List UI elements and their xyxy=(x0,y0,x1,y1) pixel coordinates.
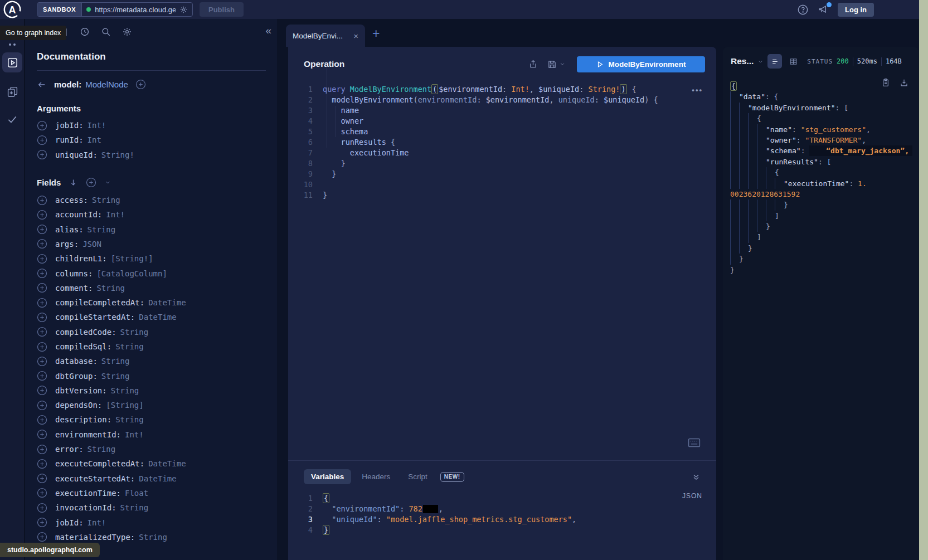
field-name: columns: xyxy=(55,269,93,278)
tab-close-icon[interactable]: × xyxy=(353,32,358,40)
help-icon[interactable] xyxy=(797,4,809,16)
response-header: Res... STATUS 200 520ms 164B xyxy=(723,47,919,72)
search-icon[interactable] xyxy=(101,27,111,37)
code-line: 2 modelByEnvironment(environmentId: $env… xyxy=(288,95,716,105)
code-line: 8 } xyxy=(288,158,716,169)
add-field-button[interactable] xyxy=(37,224,47,235)
add-field-button[interactable] xyxy=(37,356,47,367)
apollo-logo-icon[interactable]: A xyxy=(3,0,22,19)
field-type: String xyxy=(88,445,116,454)
sort-fields-icon[interactable] xyxy=(69,178,77,187)
add-field-button[interactable] xyxy=(37,532,47,542)
add-field-button[interactable] xyxy=(37,400,47,411)
code-line: 3 "uniqueId": "model.jaffle_shop_metrics… xyxy=(288,514,716,525)
schema-field-row: executeStartedAt:DateTime xyxy=(37,471,270,486)
add-field-to-query-button[interactable] xyxy=(135,79,146,90)
field-name: executeCompletedAt: xyxy=(55,459,144,468)
schema-nav-item[interactable] xyxy=(0,80,25,103)
add-field-button[interactable] xyxy=(37,385,47,396)
login-button[interactable]: Log in xyxy=(838,3,874,17)
response-json-view[interactable]: {"data": {"modelByEnvironment": [{"name"… xyxy=(730,81,916,275)
add-field-button[interactable] xyxy=(37,444,47,455)
new-tab-button[interactable]: + xyxy=(372,26,380,41)
new-badge: NEW! xyxy=(440,472,464,482)
response-chevron-down-icon[interactable] xyxy=(757,59,764,64)
add-field-button[interactable] xyxy=(37,459,47,469)
add-field-button[interactable] xyxy=(37,283,47,293)
field-type: Int xyxy=(88,135,101,144)
field-type: Int! xyxy=(88,518,106,527)
collapse-variables-icon[interactable] xyxy=(692,473,701,481)
breadcrumb-type-link[interactable]: ModelNode xyxy=(85,80,128,89)
field-type: DateTime xyxy=(148,298,186,307)
apollo-studio-app: A SANDBOX https://metadata.cloud.get Pub… xyxy=(0,0,928,560)
schema-field-row: executionTime:Float xyxy=(37,486,270,500)
add-field-button[interactable] xyxy=(37,195,47,206)
schema-field-row: compiledCode:String xyxy=(37,325,270,339)
tab-headers[interactable]: Headers xyxy=(354,469,397,484)
field-type: Int! xyxy=(106,210,125,219)
explorer-nav-item[interactable] xyxy=(2,52,22,72)
save-operation-icon[interactable] xyxy=(547,60,557,69)
back-arrow-icon[interactable] xyxy=(37,80,47,89)
checklist-nav-item[interactable] xyxy=(0,108,25,130)
add-field-button[interactable] xyxy=(37,503,47,513)
add-field-button[interactable] xyxy=(37,312,47,323)
fields-chevron-down-icon[interactable] xyxy=(105,180,111,185)
history-icon[interactable] xyxy=(80,27,90,37)
operation-panel: Operation ModelByEnvironment 1query Mode… xyxy=(288,47,716,560)
docs-body: Documentation model: ModelNode Arguments… xyxy=(25,51,277,544)
schema-field-row: columns:[CatalogColumn] xyxy=(37,266,270,280)
add-field-button[interactable] xyxy=(37,342,47,352)
announcements-megaphone-icon[interactable] xyxy=(817,4,829,15)
add-field-button[interactable] xyxy=(37,488,47,498)
tab-script[interactable]: Script xyxy=(401,469,435,484)
operation-header: Operation ModelByEnvironment xyxy=(288,47,716,81)
add-field-button[interactable] xyxy=(37,254,47,264)
settings-gear-icon[interactable] xyxy=(122,27,132,37)
status-code: 200 xyxy=(837,57,849,65)
schema-field-row: dbtGroup:String xyxy=(37,368,270,383)
arguments-list: jobId:Int!runId:IntuniqueId:String! xyxy=(37,118,270,162)
endpoint-settings-gear-icon[interactable] xyxy=(179,6,188,14)
add-field-button[interactable] xyxy=(37,149,47,160)
field-type: String xyxy=(120,328,149,337)
download-response-icon[interactable] xyxy=(900,77,908,87)
add-field-button[interactable] xyxy=(37,210,47,220)
schema-field-row: dbtVersion:String xyxy=(37,383,270,398)
operation-editor[interactable]: 1query ModelByEnvironment($environmentId… xyxy=(288,81,716,201)
add-all-fields-button[interactable] xyxy=(86,177,96,188)
keyboard-shortcuts-icon[interactable] xyxy=(688,438,701,447)
variables-editor[interactable]: 1{2 "environmentId": 782,3 "uniqueId": "… xyxy=(288,493,716,535)
formatted-view-button[interactable] xyxy=(767,54,782,69)
add-field-button[interactable] xyxy=(37,238,47,249)
add-field-button[interactable] xyxy=(37,429,47,440)
endpoint-url-input[interactable]: https://metadata.cloud.get xyxy=(82,3,192,16)
add-field-button[interactable] xyxy=(37,268,47,279)
add-field-button[interactable] xyxy=(37,135,47,145)
table-view-button[interactable] xyxy=(786,54,800,69)
add-field-button[interactable] xyxy=(37,298,47,308)
add-field-button[interactable] xyxy=(37,517,47,528)
add-field-button[interactable] xyxy=(37,415,47,425)
publish-button[interactable]: Publish xyxy=(200,2,244,17)
schema-field-row: childrenL1:[String!] xyxy=(37,251,270,266)
field-type: String xyxy=(101,357,130,366)
add-field-button[interactable] xyxy=(37,120,47,131)
editor-more-menu[interactable]: ••• xyxy=(692,86,703,94)
add-field-button[interactable] xyxy=(37,473,47,484)
schema-field-row: comment:String xyxy=(37,281,270,295)
add-field-button[interactable] xyxy=(37,327,47,337)
collapse-panel-icon[interactable]: « xyxy=(265,25,271,37)
save-chevron-down-icon[interactable] xyxy=(560,62,565,66)
response-size: 164B xyxy=(886,57,902,65)
run-operation-button[interactable]: ModelByEnvironment xyxy=(577,56,705,72)
operation-tab[interactable]: ModelByEnvi... × xyxy=(286,25,365,47)
field-name: access: xyxy=(55,196,88,204)
code-line: 1{ xyxy=(288,493,716,504)
add-field-button[interactable] xyxy=(37,371,47,381)
copy-response-icon[interactable] xyxy=(881,77,890,87)
code-line: "data": { xyxy=(730,91,916,102)
tab-variables[interactable]: Variables xyxy=(304,469,351,484)
share-operation-icon[interactable] xyxy=(528,59,538,69)
